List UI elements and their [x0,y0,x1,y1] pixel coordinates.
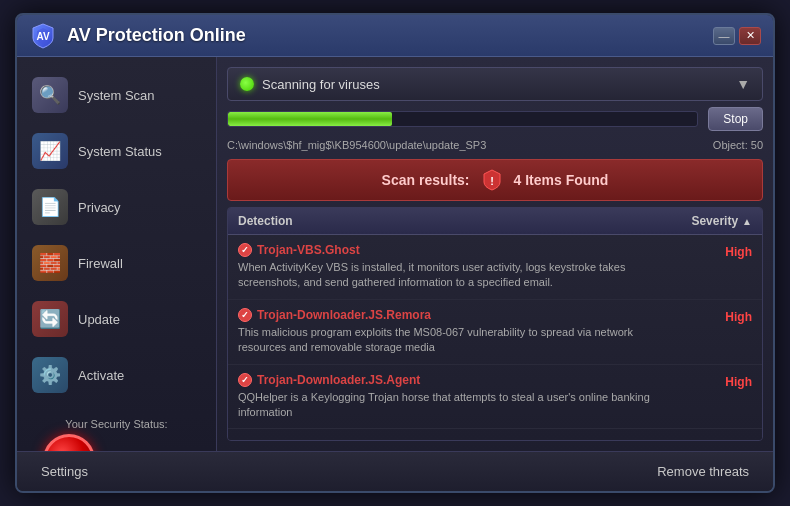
firewall-icon: 🧱 [32,245,68,281]
remove-threats-button[interactable]: Remove threats [649,460,757,483]
filepath-text: C:\windows\$hf_mig$\KB954600\update\upda… [227,139,486,151]
sidebar-item-activate[interactable]: ⚙️ Activate [17,347,216,403]
alarm-button[interactable]: ALARM [43,434,95,451]
items-found-text: 4 Items Found [514,172,609,188]
severity-badge: High [692,243,752,259]
scanning-status: Scanning for viruses [240,77,736,92]
progress-bar-fill [228,112,392,126]
detection-content: ✓ Trojan-Downloader.JS.Agent QQHelper is… [238,373,684,421]
progress-row: Stop [227,107,763,131]
sidebar-label-update: Update [78,312,120,327]
check-icon: ✓ [238,308,252,322]
detection-desc: QQHelper is a Keylogging Trojan horse th… [238,390,684,421]
table-row[interactable]: ✓ Trojan-Downloader.JS.Agent QQHelper is… [228,365,762,430]
sidebar-item-system-scan[interactable]: 🔍 System Scan [17,67,216,123]
scan-results-banner: Scan results: ! 4 Items Found [227,159,763,201]
privacy-icon: 📄 [32,189,68,225]
filepath-row: C:\windows\$hf_mig$\KB954600\update\upda… [227,137,763,153]
activate-icon: ⚙️ [32,357,68,393]
sidebar-item-update[interactable]: 🔄 Update [17,291,216,347]
sidebar-label-firewall: Firewall [78,256,123,271]
scanning-text: Scanning for viruses [262,77,380,92]
security-status-panel: Your Security Status: ALARM AT RISK Acti… [17,403,216,451]
close-button[interactable]: ✕ [739,27,761,45]
detection-content: ✓ Trojan-VBS.Ghost When ActivityKey VBS … [238,243,684,291]
system-scan-icon: 🔍 [32,77,68,113]
svg-text:!: ! [490,175,494,187]
table-row[interactable]: ✓ Trojan-VBS.Ghost When ActivityKey VBS … [228,235,762,300]
scroll-indicator-icon: ▲ [742,216,752,227]
update-icon: 🔄 [32,301,68,337]
table-row[interactable]: ✓ Trojan-Downloader.JS.Remora This malic… [228,300,762,365]
detection-desc: This malicious program exploits the MS08… [238,325,684,356]
settings-button[interactable]: Settings [33,460,96,483]
detection-desc: When ActivityKey VBS is installed, it mo… [238,260,684,291]
sidebar-label-system-scan: System Scan [78,88,155,103]
sidebar-label-system-status: System Status [78,144,162,159]
chevron-down-icon[interactable]: ▼ [736,76,750,92]
security-status-label: Your Security Status: [65,418,167,430]
right-panel: Scanning for viruses ▼ Stop C:\windows\$… [217,57,773,451]
system-status-icon: 📈 [32,133,68,169]
check-icon: ✓ [238,243,252,257]
detection-name: ✓ Trojan-VBS.Ghost [238,243,684,257]
object-count: Object: 50 [713,139,763,151]
detection-name: ✓ Trojan-Downloader.JS.Agent [238,373,684,387]
col-severity-header: Severity ▲ [682,214,752,228]
sidebar-item-privacy[interactable]: 📄 Privacy [17,179,216,235]
detection-name: ✓ Trojan-Downloader.JS.Remora [238,308,684,322]
detection-table: Detection Severity ▲ ✓ Trojan-VBS.Ghost … [227,207,763,441]
table-header: Detection Severity ▲ [228,208,762,235]
main-content: 🔍 System Scan 📈 System Status 📄 Privacy … [17,57,773,451]
severity-badge: High [692,373,752,389]
progress-bar-container [227,111,698,127]
detection-content: ✓ Trojan-Downloader.JS.Remora This malic… [238,308,684,356]
sidebar: 🔍 System Scan 📈 System Status 📄 Privacy … [17,57,217,451]
sidebar-item-system-status[interactable]: 📈 System Status [17,123,216,179]
window-controls: — ✕ [713,27,761,45]
scanning-status-bar: Scanning for viruses ▼ [227,67,763,101]
minimize-button[interactable]: — [713,27,735,45]
app-logo-icon: AV [29,22,57,50]
check-icon: ✓ [238,373,252,387]
title-bar: AV AV Protection Online — ✕ [17,15,773,57]
svg-text:AV: AV [36,31,49,42]
bottom-bar: Settings Remove threats [17,451,773,491]
sidebar-label-activate: Activate [78,368,124,383]
severity-badge: High [692,308,752,324]
alarm-container: ALARM AT RISK [43,434,189,451]
stop-button[interactable]: Stop [708,107,763,131]
sidebar-label-privacy: Privacy [78,200,121,215]
status-dot-icon [240,77,254,91]
col-detection-header: Detection [238,214,682,228]
warning-shield-icon: ! [480,168,504,192]
app-title: AV Protection Online [67,25,713,46]
sidebar-item-firewall[interactable]: 🧱 Firewall [17,235,216,291]
table-body[interactable]: ✓ Trojan-VBS.Ghost When ActivityKey VBS … [228,235,762,440]
scan-results-label: Scan results: [382,172,470,188]
